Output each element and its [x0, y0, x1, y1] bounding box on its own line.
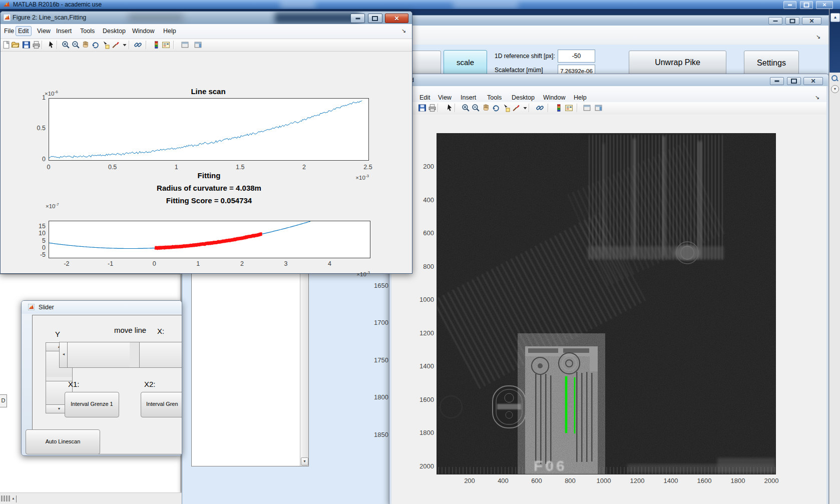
- dropdown-caret-icon[interactable]: [523, 104, 531, 112]
- edit-plot-pointer-icon[interactable]: [446, 104, 454, 112]
- menu-item-file[interactable]: File: [2, 26, 17, 36]
- edit-plot-pointer-icon[interactable]: [47, 41, 56, 49]
- zoom-in-icon[interactable]: [462, 104, 470, 112]
- data-cursor-icon[interactable]: [502, 104, 510, 112]
- minimize-icon[interactable]: [768, 17, 782, 25]
- toolbar-overflow-icon[interactable]: ↘: [401, 28, 406, 34]
- x2-slider-thumb[interactable]: [139, 342, 182, 368]
- close-icon[interactable]: ✕: [802, 17, 821, 25]
- y-axis-label: Y: [55, 330, 60, 338]
- tick-label: 5: [30, 237, 46, 244]
- maximize-icon[interactable]: [785, 17, 799, 25]
- menu-item-insert[interactable]: Insert: [458, 93, 479, 103]
- menu-item-window[interactable]: Window: [130, 26, 157, 36]
- unwrap-pike-button[interactable]: Unwrap Pike: [629, 51, 726, 76]
- tick-label: 0: [144, 260, 164, 267]
- insert-colorbar-icon[interactable]: [555, 104, 563, 112]
- rotate-3d-icon[interactable]: [91, 41, 100, 49]
- data-cursor-icon[interactable]: [101, 41, 110, 49]
- rotate-3d-icon[interactable]: [492, 104, 500, 112]
- docked-panel-tab[interactable]: D: [0, 394, 7, 407]
- tick-label: 1400: [660, 477, 682, 484]
- search-icon[interactable]: [831, 75, 839, 83]
- menu-item-window[interactable]: Window: [541, 93, 568, 103]
- pan-icon[interactable]: [482, 104, 490, 112]
- print-figure-icon[interactable]: [428, 104, 437, 112]
- menu-item-insert[interactable]: Insert: [54, 26, 74, 36]
- maximize-icon[interactable]: [787, 77, 801, 85]
- collapsed-panel-bars[interactable]: ▲: [1, 495, 21, 502]
- close-icon[interactable]: ✕: [385, 14, 408, 23]
- close-icon[interactable]: ✕: [816, 1, 833, 9]
- insert-legend-icon[interactable]: [162, 41, 170, 49]
- collapse-up-icon[interactable]: ▲: [830, 13, 840, 22]
- linescan-axes[interactable]: [49, 98, 369, 161]
- hide-plot-tools-icon[interactable]: [181, 41, 189, 49]
- tick-label: 0: [29, 156, 46, 163]
- menu-item-view[interactable]: View: [436, 93, 454, 103]
- toolbar-overflow-icon[interactable]: ↘: [815, 94, 819, 101]
- interval-grenze-1-button[interactable]: Interval Grenze 1: [65, 392, 119, 417]
- auto-linescan-button[interactable]: Auto Linescan: [26, 429, 100, 454]
- scroll-down-icon[interactable]: ▼: [301, 457, 308, 465]
- zoom-out-icon[interactable]: [472, 104, 480, 112]
- toolbar-separator: [146, 41, 147, 49]
- menu-item-desktop[interactable]: Desktop: [100, 26, 128, 36]
- tick-label: 1: [188, 260, 208, 267]
- image-window-menubar: ↘ EditViewInsertToolsDesktopWindowHelp: [391, 86, 826, 103]
- hide-plot-tools-icon[interactable]: [583, 104, 591, 112]
- minimize-icon[interactable]: [783, 1, 796, 9]
- zoom-in-icon[interactable]: [62, 41, 70, 49]
- menu-item-help[interactable]: Help: [571, 93, 589, 103]
- brush-icon[interactable]: [512, 104, 520, 112]
- link-plot-icon[interactable]: [536, 104, 544, 112]
- save-figure-icon[interactable]: [22, 41, 31, 49]
- insert-legend-icon[interactable]: [565, 104, 573, 112]
- hologram-image[interactable]: F06: [437, 134, 775, 474]
- maximize-icon[interactable]: [800, 1, 813, 9]
- hidden-button[interactable]: [410, 51, 441, 76]
- scale-button[interactable]: scale: [444, 50, 487, 77]
- print-figure-icon[interactable]: [32, 41, 41, 49]
- menu-item-edit[interactable]: Edit: [16, 26, 32, 36]
- insert-colorbar-icon[interactable]: [152, 41, 161, 49]
- menu-item-desktop[interactable]: Desktop: [509, 93, 537, 103]
- menu-item-tools[interactable]: Tools: [78, 26, 97, 36]
- dropdown-circle-icon[interactable]: ▼: [831, 85, 839, 93]
- menu-item-help[interactable]: Help: [161, 26, 179, 36]
- minimize-icon[interactable]: [350, 14, 365, 23]
- save-figure-icon[interactable]: [418, 104, 427, 112]
- hidden-axes-tick-label: 1800: [348, 393, 388, 401]
- tick-label: -1: [101, 260, 121, 267]
- open-file-icon[interactable]: [11, 41, 20, 49]
- linescan-marker-line-2[interactable]: [574, 377, 575, 433]
- settings-button[interactable]: Settings: [744, 51, 799, 77]
- maximize-icon[interactable]: [368, 14, 382, 23]
- new-figure-icon[interactable]: [2, 41, 11, 49]
- menu-item-edit[interactable]: Edit: [417, 93, 433, 103]
- fitting-axes[interactable]: [49, 221, 370, 258]
- slider-titlebar[interactable]: Slider: [22, 301, 182, 314]
- menu-item-view[interactable]: View: [35, 26, 53, 36]
- close-icon[interactable]: ✕: [803, 77, 823, 85]
- x-slider-track[interactable]: [130, 342, 139, 368]
- tick-label: 1800: [727, 477, 749, 484]
- ref-shift-field[interactable]: -50: [558, 50, 595, 63]
- toolbar-separator: [455, 104, 456, 112]
- tick-label: 1200: [414, 329, 434, 337]
- x-slider-thumb[interactable]: [67, 342, 131, 368]
- image-window-titlebar[interactable]: d ✕: [390, 75, 828, 86]
- show-plot-tools-icon[interactable]: [194, 41, 202, 49]
- minimize-icon[interactable]: [770, 77, 784, 85]
- pan-icon[interactable]: [81, 41, 90, 49]
- show-plot-tools-icon[interactable]: [594, 104, 603, 112]
- menu-item-tools[interactable]: Tools: [485, 93, 504, 103]
- interval-grenze-2-button[interactable]: Interval Gren: [141, 392, 182, 417]
- tick-label: 0: [30, 244, 46, 251]
- brush-icon[interactable]: [111, 41, 120, 49]
- link-plot-icon[interactable]: [134, 41, 142, 49]
- figure2-titlebar[interactable]: Figure 2: Line_scan,Fitting ✕: [1, 12, 412, 24]
- toolbar-overflow-icon[interactable]: ↘: [816, 34, 820, 40]
- zoom-out-icon[interactable]: [72, 41, 80, 49]
- linescan-marker-line-1[interactable]: [565, 376, 567, 433]
